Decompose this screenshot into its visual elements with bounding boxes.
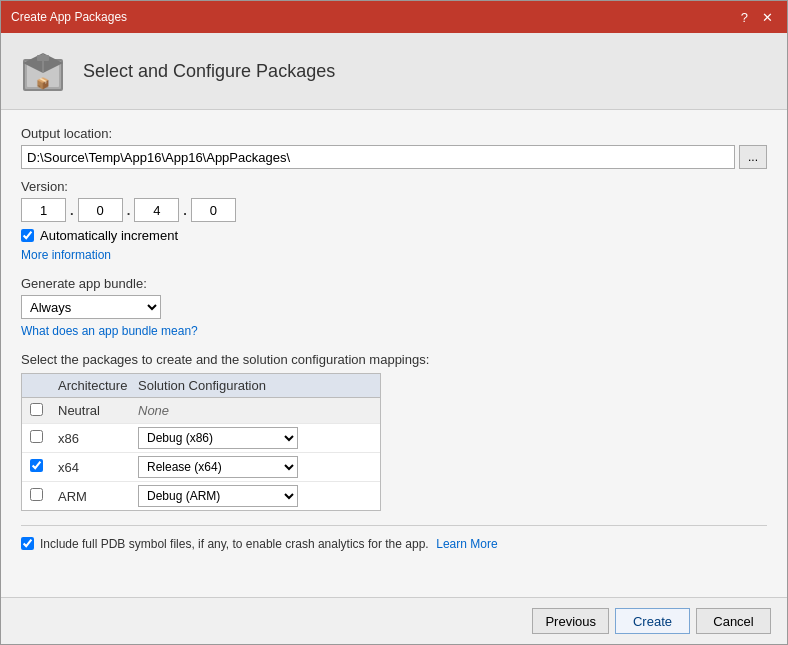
close-button[interactable]: ✕ bbox=[758, 11, 777, 24]
bundle-dropdown-row: Always As needed Never bbox=[21, 295, 767, 319]
what-does-bundle-mean-link[interactable]: What does an app bundle mean? bbox=[21, 324, 198, 338]
browse-button[interactable]: ... bbox=[739, 145, 767, 169]
more-information-link[interactable]: More information bbox=[21, 248, 111, 262]
footer-checkbox-row: Include full PDB symbol files, if any, t… bbox=[21, 525, 767, 551]
dialog-window: Create App Packages ? ✕ 📦 Select and Con… bbox=[0, 0, 788, 645]
bundle-label: Generate app bundle: bbox=[21, 276, 767, 291]
table-description: Select the packages to create and the so… bbox=[21, 352, 767, 367]
version-revision[interactable] bbox=[191, 198, 236, 222]
content-area: Output location: ... Version: . . . Auto… bbox=[1, 110, 787, 597]
arm-arch-label: ARM bbox=[58, 489, 138, 504]
x86-config-col: Debug (x86) Release (x86) bbox=[138, 427, 372, 449]
button-bar: Previous Create Cancel bbox=[1, 597, 787, 644]
table-row: x86 Debug (x86) Release (x86) bbox=[22, 424, 380, 453]
x86-checkbox[interactable] bbox=[30, 430, 43, 443]
table-row: x64 Debug (x64) Release (x64) bbox=[22, 453, 380, 482]
arm-checkbox[interactable] bbox=[30, 488, 43, 501]
version-minor[interactable] bbox=[78, 198, 123, 222]
version-build[interactable] bbox=[134, 198, 179, 222]
arm-config-col: Debug (ARM) Release (ARM) bbox=[138, 485, 372, 507]
x86-arch-label: x86 bbox=[58, 431, 138, 446]
header-check-col bbox=[30, 378, 58, 393]
bundle-select[interactable]: Always As needed Never bbox=[21, 295, 161, 319]
x64-checkbox[interactable] bbox=[30, 459, 43, 472]
neutral-none-text: None bbox=[138, 403, 169, 418]
cancel-button[interactable]: Cancel bbox=[696, 608, 771, 634]
header-config-col: Solution Configuration bbox=[138, 378, 372, 393]
output-location-label: Output location: bbox=[21, 126, 767, 141]
table-row: Neutral None bbox=[22, 398, 380, 424]
svg-text:📦: 📦 bbox=[36, 76, 50, 90]
version-label: Version: bbox=[21, 179, 767, 194]
pdb-label: Include full PDB symbol files, if any, t… bbox=[40, 536, 498, 551]
x86-check-col bbox=[30, 430, 58, 446]
svg-rect-5 bbox=[37, 55, 49, 61]
pdb-checkbox[interactable] bbox=[21, 537, 34, 550]
bundle-section: Generate app bundle: Always As needed Ne… bbox=[21, 276, 767, 338]
package-icon: 📦 bbox=[19, 47, 67, 95]
neutral-arch-label: Neutral bbox=[58, 403, 138, 418]
version-section: Version: . . . Automatically increment M… bbox=[21, 179, 767, 262]
x64-check-col bbox=[30, 459, 58, 475]
pdb-text: Include full PDB symbol files, if any, t… bbox=[40, 537, 429, 551]
x64-arch-label: x64 bbox=[58, 460, 138, 475]
neutral-check-col bbox=[30, 403, 58, 419]
version-major[interactable] bbox=[21, 198, 66, 222]
arm-check-col bbox=[30, 488, 58, 504]
auto-increment-row: Automatically increment bbox=[21, 228, 767, 243]
auto-increment-checkbox[interactable] bbox=[21, 229, 34, 242]
neutral-checkbox[interactable] bbox=[30, 403, 43, 416]
arm-config-select[interactable]: Debug (ARM) Release (ARM) bbox=[138, 485, 298, 507]
auto-increment-label[interactable]: Automatically increment bbox=[40, 228, 178, 243]
version-row: . . . bbox=[21, 198, 767, 222]
title-bar-controls: ? ✕ bbox=[737, 11, 777, 24]
neutral-config-label: None bbox=[138, 403, 372, 418]
learn-more-link[interactable]: Learn More bbox=[436, 537, 497, 551]
version-dot-1: . bbox=[70, 203, 74, 218]
header-section: 📦 Select and Configure Packages bbox=[1, 33, 787, 110]
title-bar: Create App Packages ? ✕ bbox=[1, 1, 787, 33]
header-title: Select and Configure Packages bbox=[83, 61, 335, 82]
architecture-table: Architecture Solution Configuration Neut… bbox=[21, 373, 381, 511]
version-dot-2: . bbox=[127, 203, 131, 218]
x64-config-select[interactable]: Debug (x64) Release (x64) bbox=[138, 456, 298, 478]
version-dot-3: . bbox=[183, 203, 187, 218]
table-row: ARM Debug (ARM) Release (ARM) bbox=[22, 482, 380, 510]
header-arch-col: Architecture bbox=[58, 378, 138, 393]
table-header: Architecture Solution Configuration bbox=[22, 374, 380, 398]
output-location-input[interactable] bbox=[21, 145, 735, 169]
previous-button[interactable]: Previous bbox=[532, 608, 609, 634]
help-button[interactable]: ? bbox=[737, 11, 752, 24]
x86-config-select[interactable]: Debug (x86) Release (x86) bbox=[138, 427, 298, 449]
dialog-title: Create App Packages bbox=[11, 10, 127, 24]
create-button[interactable]: Create bbox=[615, 608, 690, 634]
output-location-row: ... bbox=[21, 145, 767, 169]
x64-config-col: Debug (x64) Release (x64) bbox=[138, 456, 372, 478]
